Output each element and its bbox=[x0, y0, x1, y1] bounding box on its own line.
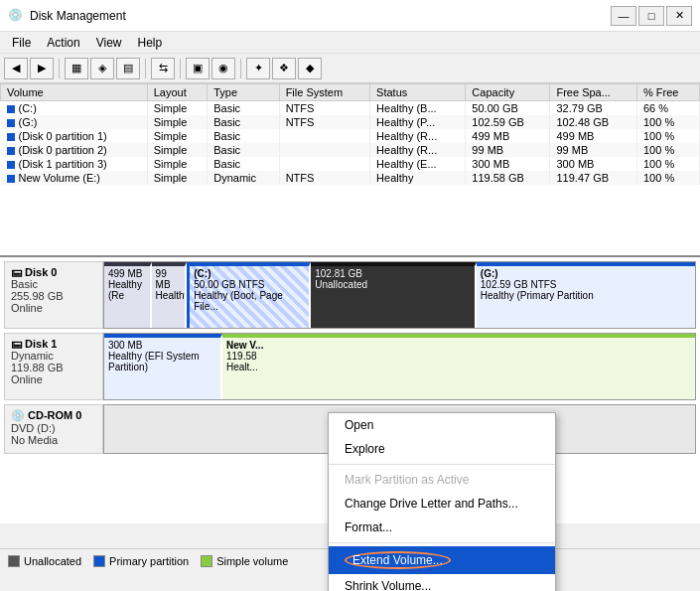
disk-1-partitions: 300 MB Healthy (EFI System Partition) Ne… bbox=[103, 333, 696, 400]
close-button[interactable]: ✕ bbox=[666, 6, 692, 26]
ctx-shrink-volume[interactable]: Shrink Volume... bbox=[329, 574, 555, 591]
menu-view[interactable]: View bbox=[88, 34, 130, 52]
legend-unallocated-label: Unallocated bbox=[24, 555, 81, 567]
toolbar-btn5[interactable]: ▣ bbox=[186, 58, 210, 79]
col-status[interactable]: Status bbox=[370, 84, 466, 101]
cdrom-name: 💿 CD-ROM 0 bbox=[11, 409, 96, 422]
disk-1-status: Online bbox=[11, 373, 96, 385]
disk-0-size: 255.98 GB bbox=[11, 290, 96, 302]
app-icon: 💿 bbox=[8, 8, 24, 24]
menu-file[interactable]: File bbox=[4, 34, 39, 52]
extend-circle: Extend Volume... bbox=[345, 551, 451, 569]
disk-view-area: 🖴 Disk 0 Basic 255.98 GB Online 499 MB H… bbox=[0, 257, 700, 548]
disk-0-part-2[interactable]: 99 MB Healthy bbox=[152, 262, 188, 328]
disk-0-unallocated[interactable]: 102.81 GB Unallocated bbox=[311, 262, 477, 328]
context-menu: Open Explore Mark Partition as Active Ch… bbox=[328, 412, 556, 591]
toolbar-btn2[interactable]: ◈ bbox=[90, 58, 114, 79]
ctx-open[interactable]: Open bbox=[329, 413, 555, 437]
disk-1-name: 🖴 Disk 1 bbox=[11, 338, 96, 350]
toolbar-sep-3 bbox=[180, 59, 181, 78]
title-bar-left: 💿 Disk Management bbox=[8, 8, 126, 24]
toolbar-sep-1 bbox=[59, 59, 60, 78]
disk-label-cdrom: 💿 CD-ROM 0 DVD (D:) No Media bbox=[4, 404, 103, 454]
minimize-button[interactable]: — bbox=[611, 6, 636, 26]
menu-action[interactable]: Action bbox=[39, 34, 87, 52]
toolbar-btn7[interactable]: ✦ bbox=[246, 58, 270, 79]
toolbar-sep-2 bbox=[145, 59, 146, 78]
toolbar-back[interactable]: ◀ bbox=[4, 58, 28, 79]
toolbar-btn1[interactable]: ▦ bbox=[65, 58, 88, 79]
toolbar-btn4[interactable]: ⇆ bbox=[151, 58, 175, 79]
menu-bar: File Action View Help bbox=[0, 32, 700, 54]
toolbar-sep-4 bbox=[240, 59, 241, 78]
toolbar-btn9[interactable]: ◆ bbox=[298, 58, 322, 79]
legend-unallocated: Unallocated bbox=[8, 555, 81, 567]
title-bar: 💿 Disk Management — □ ✕ bbox=[0, 0, 700, 32]
col-layout[interactable]: Layout bbox=[147, 84, 208, 101]
disk-row-0: 🖴 Disk 0 Basic 255.98 GB Online 499 MB H… bbox=[4, 261, 696, 329]
disk-0-name: 🖴 Disk 0 bbox=[11, 266, 96, 278]
disk-0-type: Basic bbox=[11, 278, 96, 290]
col-type[interactable]: Type bbox=[208, 84, 279, 101]
disk-0-part-c[interactable]: (C:) 50.00 GB NTFS Healthy (Boot, Page F… bbox=[187, 262, 311, 328]
ctx-sep-1 bbox=[329, 464, 555, 465]
ctx-explore[interactable]: Explore bbox=[329, 437, 555, 461]
maximize-button[interactable]: □ bbox=[638, 6, 664, 26]
col-filesystem[interactable]: File System bbox=[279, 84, 369, 101]
disk-1-part-1[interactable]: 300 MB Healthy (EFI System Partition) bbox=[104, 334, 222, 399]
disk-0-part-1[interactable]: 499 MB Healthy (Re bbox=[104, 262, 152, 328]
toolbar-btn6[interactable]: ◉ bbox=[211, 58, 235, 79]
legend-simple-label: Simple volume bbox=[216, 555, 288, 567]
disk-0-status: Online bbox=[11, 302, 96, 314]
cdrom-type: DVD (D:) bbox=[11, 422, 96, 434]
disk-0-partitions: 499 MB Healthy (Re 99 MB Healthy (C:) 50… bbox=[103, 261, 696, 329]
menu-help[interactable]: Help bbox=[130, 34, 171, 52]
toolbar-forward[interactable]: ▶ bbox=[30, 58, 54, 79]
ctx-format[interactable]: Format... bbox=[329, 516, 555, 539]
volume-table: Volume Layout Type File System Status Ca… bbox=[0, 83, 700, 257]
disk-label-0: 🖴 Disk 0 Basic 255.98 GB Online bbox=[4, 261, 103, 329]
ctx-sep-2 bbox=[329, 542, 555, 543]
ctx-mark-active: Mark Partition as Active bbox=[329, 468, 555, 492]
disk-label-1: 🖴 Disk 1 Dynamic 119.88 GB Online bbox=[4, 333, 103, 400]
legend-primary-label: Primary partition bbox=[109, 555, 189, 567]
col-volume[interactable]: Volume bbox=[1, 84, 148, 101]
legend-primary-box bbox=[93, 555, 105, 567]
legend-unallocated-box bbox=[8, 555, 20, 567]
toolbar: ◀ ▶ ▦ ◈ ▤ ⇆ ▣ ◉ ✦ ❖ ◆ bbox=[0, 54, 700, 83]
disk-row-1: 🖴 Disk 1 Dynamic 119.88 GB Online 300 MB… bbox=[4, 333, 696, 400]
col-percentfree[interactable]: % Free bbox=[637, 84, 700, 101]
window-title: Disk Management bbox=[30, 9, 126, 23]
disk-1-size: 119.88 GB bbox=[11, 362, 96, 373]
ctx-change-drive-letter[interactable]: Change Drive Letter and Paths... bbox=[329, 492, 555, 516]
legend-primary: Primary partition bbox=[93, 555, 189, 567]
legend-simple-box bbox=[201, 555, 212, 567]
col-freespace[interactable]: Free Spa... bbox=[550, 84, 637, 101]
ctx-extend-volume[interactable]: Extend Volume... bbox=[329, 546, 555, 574]
toolbar-btn8[interactable]: ❖ bbox=[272, 58, 296, 79]
disk-1-type: Dynamic bbox=[11, 350, 96, 362]
disk-0-part-g[interactable]: (G:) 102.59 GB NTFS Healthy (Primary Par… bbox=[477, 262, 695, 328]
toolbar-btn3[interactable]: ▤ bbox=[116, 58, 140, 79]
title-bar-controls: — □ ✕ bbox=[611, 6, 692, 26]
legend-simple: Simple volume bbox=[201, 555, 288, 567]
col-capacity[interactable]: Capacity bbox=[466, 84, 550, 101]
cdrom-status: No Media bbox=[11, 434, 96, 446]
disk-1-new-volume[interactable]: New V... 119.58 Healt... bbox=[222, 334, 695, 399]
